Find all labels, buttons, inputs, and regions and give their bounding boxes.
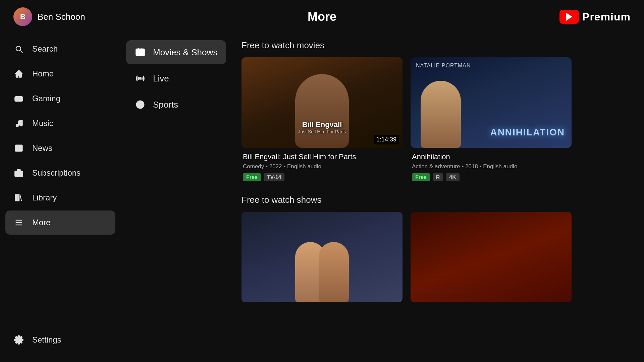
secondary-item-live[interactable]: Live xyxy=(126,66,226,90)
settings-icon xyxy=(13,334,25,346)
youtube-icon xyxy=(559,10,579,24)
live-icon xyxy=(134,72,146,84)
sidebar-item-news[interactable]: News xyxy=(5,136,115,160)
secondary-nav: Movies & Shows Live Sports xyxy=(121,34,231,362)
annihilation-text: ANNIHILATION xyxy=(490,127,565,138)
main-content: Search Home Gaming Music xyxy=(0,34,644,362)
natalie-portman-text: NATALIE PORTMAN xyxy=(416,63,471,69)
svg-rect-5 xyxy=(15,195,17,201)
content-area: Movies & Shows Live Sports Free to watch… xyxy=(121,34,644,362)
sidebar-item-more[interactable]: More xyxy=(5,210,115,235)
sidebar-item-news-label: News xyxy=(32,143,52,153)
badge-tv14: TV-14 xyxy=(264,173,285,181)
person-silhouette xyxy=(295,74,349,148)
shows-section-title: Free to watch shows xyxy=(241,195,631,205)
page-title: More xyxy=(308,10,336,24)
gaming-icon xyxy=(13,93,25,105)
card-badges-bill: Free TV-14 xyxy=(243,173,401,181)
sidebar-item-music-label: Music xyxy=(32,119,53,128)
badge-r: R xyxy=(433,173,443,181)
home-icon xyxy=(13,68,25,80)
sidebar-item-gaming-label: Gaming xyxy=(32,94,60,103)
svg-rect-6 xyxy=(18,195,19,201)
sidebar-item-search[interactable]: Search xyxy=(5,37,115,61)
card-info-annihilation: Annihilation Action & adventure • 2018 •… xyxy=(411,148,572,181)
secondary-item-movies-shows[interactable]: Movies & Shows xyxy=(126,40,226,64)
sidebar-item-more-label: More xyxy=(32,218,51,227)
sidebar-item-library[interactable]: Library xyxy=(5,186,115,210)
settings-label: Settings xyxy=(32,335,61,345)
shows-grid xyxy=(241,212,631,302)
sidebar: Search Home Gaming Music xyxy=(0,34,121,362)
thumbnail-annihilation: ANNIHILATION NATALIE PORTMAN xyxy=(411,57,572,148)
movies-icon xyxy=(134,46,146,58)
search-icon xyxy=(13,43,25,55)
youtube-premium-logo: Premium xyxy=(559,10,631,24)
news-icon xyxy=(13,142,25,154)
videos-area: Free to watch movies Bill Engvall Just S… xyxy=(231,34,644,362)
subscriptions-icon xyxy=(13,167,25,179)
card-meta-annihilation: Action & adventure • 2018 • English audi… xyxy=(412,163,570,170)
more-icon xyxy=(13,217,25,229)
username: Ben Schoon xyxy=(38,12,85,22)
sidebar-item-home-label: Home xyxy=(32,69,54,78)
svg-point-10 xyxy=(140,78,141,79)
sidebar-item-library-label: Library xyxy=(32,193,57,202)
badge-4k: 4K xyxy=(446,173,459,181)
thumb-subtitle: Just Sell Him For Parts xyxy=(241,129,402,134)
sidebar-item-home[interactable]: Home xyxy=(5,62,115,86)
header-left: B Ben Schoon xyxy=(13,7,85,26)
annihilation-person xyxy=(421,81,461,148)
thumb-overlay: Bill Engvall Just Sell Him For Parts xyxy=(241,120,402,134)
svg-rect-4 xyxy=(15,171,22,176)
video-card-annihilation[interactable]: ANNIHILATION NATALIE PORTMAN Annihilatio… xyxy=(411,57,572,181)
sidebar-item-search-label: Search xyxy=(32,44,58,54)
card-info-bill: Bill Engvall: Just Sell Him for Parts Co… xyxy=(241,148,402,181)
secondary-item-sports[interactable]: Sports xyxy=(126,93,226,117)
sidebar-item-subscriptions-label: Subscriptions xyxy=(32,168,80,178)
video-card-show1[interactable] xyxy=(241,212,402,302)
sidebar-bottom: Settings xyxy=(0,328,121,359)
thumbnail-bill-engvall: Bill Engvall Just Sell Him For Parts 1:1… xyxy=(241,57,402,148)
avatar[interactable]: B xyxy=(13,7,32,26)
movies-section-title: Free to watch movies xyxy=(241,40,631,51)
nav-items: Search Home Gaming Music xyxy=(0,37,121,328)
library-icon xyxy=(13,192,25,204)
card-title-bill: Bill Engvall: Just Sell Him for Parts xyxy=(243,153,401,161)
sidebar-item-subscriptions[interactable]: Subscriptions xyxy=(5,161,115,185)
thumb-name: Bill Engvall xyxy=(241,120,402,129)
duration-badge: 1:14:39 xyxy=(374,135,399,144)
movies-grid: Bill Engvall Just Sell Him For Parts 1:1… xyxy=(241,57,631,181)
thumbnail-show1 xyxy=(241,212,402,302)
secondary-item-sports-label: Sports xyxy=(153,100,178,110)
sidebar-item-settings[interactable]: Settings xyxy=(5,328,115,352)
badge-free: Free xyxy=(243,173,261,181)
badge-free-annihilation: Free xyxy=(412,173,430,181)
premium-label: Premium xyxy=(582,11,631,23)
person2 xyxy=(319,242,349,302)
svg-point-9 xyxy=(140,53,141,55)
music-icon xyxy=(13,117,25,129)
secondary-item-live-label: Live xyxy=(153,73,169,84)
secondary-item-movies-shows-label: Movies & Shows xyxy=(153,47,217,58)
video-card-bill-engvall[interactable]: Bill Engvall Just Sell Him For Parts 1:1… xyxy=(241,57,402,181)
movies-section: Free to watch movies Bill Engvall Just S… xyxy=(241,40,631,181)
card-badges-annihilation: Free R 4K xyxy=(412,173,570,181)
shows-section: Free to watch shows xyxy=(241,195,631,302)
thumbnail-show2 xyxy=(411,212,572,302)
card-meta-bill: Comedy • 2022 • English audio xyxy=(243,163,401,170)
show-persons xyxy=(295,242,349,302)
sidebar-item-gaming[interactable]: Gaming xyxy=(5,86,115,111)
video-card-show2[interactable] xyxy=(411,212,572,302)
sidebar-item-music[interactable]: Music xyxy=(5,111,115,135)
play-triangle-icon xyxy=(566,13,572,21)
header: B Ben Schoon More Premium xyxy=(0,0,644,34)
card-title-annihilation: Annihilation xyxy=(412,153,570,161)
sports-icon xyxy=(134,99,146,111)
